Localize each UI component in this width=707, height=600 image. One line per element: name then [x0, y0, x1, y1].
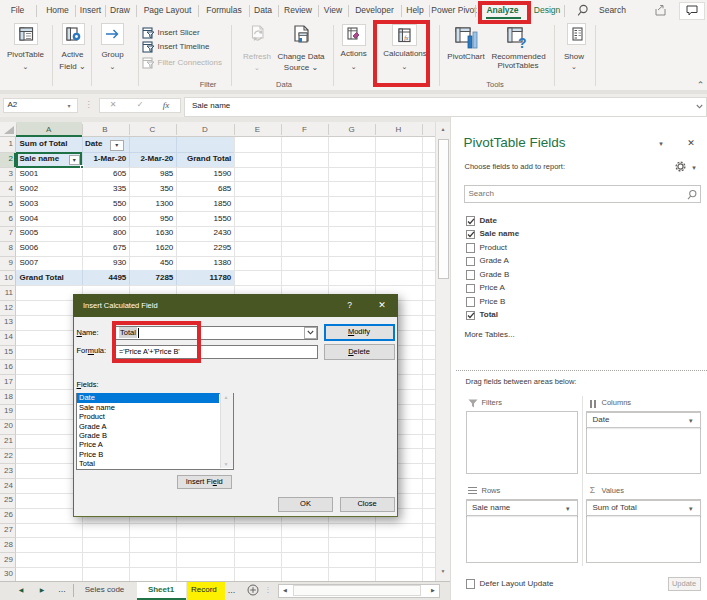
svg-text:?: ? [518, 35, 527, 49]
